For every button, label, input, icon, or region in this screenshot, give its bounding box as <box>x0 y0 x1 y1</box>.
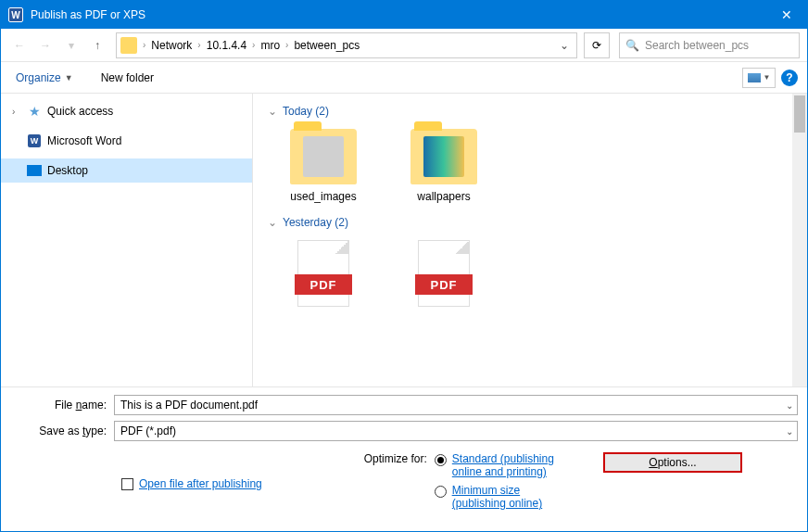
back-button[interactable]: ← <box>8 34 31 57</box>
radio-label-line2: (publishing online) <box>452 497 542 510</box>
breadcrumb-segment[interactable]: between_pcs <box>292 39 361 52</box>
forward-button[interactable]: → <box>34 34 57 57</box>
optimize-minimum-radio[interactable]: Minimum size (publishing online) <box>435 484 554 510</box>
group-header-today[interactable]: ⌄ Today (2) <box>268 105 807 118</box>
titlebar: W Publish as PDF or XPS ✕ <box>1 1 807 29</box>
filename-input[interactable]: This is a PDF document.pdf ⌄ <box>114 395 798 415</box>
pdf-icon: PDF <box>418 240 470 307</box>
checkbox-icon[interactable] <box>121 478 133 490</box>
folder-icon <box>410 129 477 184</box>
breadcrumb-segment[interactable]: Network <box>149 39 194 52</box>
word-icon: W <box>28 134 41 147</box>
filename-value: This is a PDF document.pdf <box>120 399 258 412</box>
collapse-icon[interactable]: ⌄ <box>268 105 277 118</box>
search-icon: 🔍 <box>625 39 639 52</box>
sidebar-item-desktop[interactable]: Desktop <box>1 158 252 183</box>
sidebar-item-word[interactable]: W Microsoft Word <box>1 129 252 153</box>
recent-locations-button[interactable]: ▾ <box>60 34 82 57</box>
sidebar-item-quick-access[interactable]: › ★ Quick access <box>1 99 252 123</box>
radio-icon[interactable] <box>435 454 447 466</box>
breadcrumb-segment[interactable]: 10.1.4.4 <box>205 39 248 52</box>
radio-label: Standard (publishing <box>452 452 554 465</box>
chevron-right-icon[interactable]: › <box>250 40 257 50</box>
desktop-icon <box>27 165 42 176</box>
sidebar-item-label: Quick access <box>47 105 113 118</box>
address-dropdown-icon[interactable]: ⌄ <box>556 39 573 52</box>
close-button[interactable]: ✕ <box>765 1 807 29</box>
filename-label: File name: <box>10 399 114 412</box>
radio-label-line2: online and printing) <box>452 465 547 478</box>
savetype-select[interactable]: PDF (*.pdf) ⌄ <box>114 421 798 441</box>
quick-access-icon: ★ <box>27 104 42 119</box>
organize-button[interactable]: Organize▼ <box>10 68 79 88</box>
scrollbar-thumb[interactable] <box>794 95 805 133</box>
optimize-standard-radio[interactable]: Standard (publishing online and printing… <box>435 452 554 478</box>
item-label: used_images <box>277 190 370 203</box>
search-placeholder: Search between_pcs <box>645 39 749 52</box>
navigation-sidebar: › ★ Quick access W Microsoft Word Deskto… <box>1 94 253 386</box>
group-header-yesterday[interactable]: ⌄ Yesterday (2) <box>268 216 807 229</box>
sidebar-item-label: Desktop <box>47 164 88 177</box>
open-after-label: Open file after publishing <box>139 477 262 490</box>
item-label: wallpapers <box>398 190 490 203</box>
collapse-icon[interactable]: ⌄ <box>268 216 277 229</box>
folder-item[interactable]: used_images <box>277 129 370 203</box>
chevron-right-icon[interactable]: › <box>284 40 290 50</box>
breadcrumb-segment[interactable]: mro <box>259 39 282 52</box>
options-button[interactable]: Options... <box>603 452 742 473</box>
bottom-pane: File name: This is a PDF document.pdf ⌄ … <box>1 386 807 525</box>
new-folder-button[interactable]: New folder <box>95 68 159 88</box>
group-label: Today (2) <box>283 105 329 118</box>
address-bar[interactable]: › Network › 10.1.4.4 › mro › between_pcs… <box>116 32 577 58</box>
folder-icon <box>290 129 357 184</box>
expand-icon[interactable]: › <box>12 107 21 117</box>
toolbar: Organize▼ New folder ▼ ? <box>1 62 807 94</box>
main-area: › ★ Quick access W Microsoft Word Deskto… <box>1 94 807 386</box>
pdf-icon: PDF <box>297 240 349 307</box>
dropdown-icon[interactable]: ⌄ <box>786 400 793 411</box>
radio-label: Minimum size <box>452 484 520 497</box>
savetype-label: Save as type: <box>10 424 114 437</box>
help-button[interactable]: ? <box>781 70 798 86</box>
word-app-icon: W <box>8 7 23 22</box>
folder-icon <box>120 37 137 54</box>
nav-row: ← → ▾ ↑ › Network › 10.1.4.4 › mro › bet… <box>1 29 807 62</box>
optimize-for-label: Optimize for: <box>364 452 427 512</box>
radio-icon[interactable] <box>435 486 447 498</box>
folder-item[interactable]: wallpapers <box>398 129 490 203</box>
file-list-pane[interactable]: ⌄ Today (2) used_images wallpapers ⌄ Yes… <box>253 94 807 386</box>
vertical-scrollbar[interactable] <box>792 94 807 386</box>
footer: ˄ Hide Folders Tools ▼ Publish Cancel <box>1 525 807 532</box>
view-options-button[interactable]: ▼ <box>742 68 776 88</box>
chevron-right-icon[interactable]: › <box>196 40 202 50</box>
dropdown-icon[interactable]: ⌄ <box>786 426 793 437</box>
chevron-right-icon[interactable]: › <box>141 40 147 50</box>
refresh-button[interactable]: ⟳ <box>584 32 610 58</box>
window-title: Publish as PDF or XPS <box>31 8 765 21</box>
savetype-value: PDF (*.pdf) <box>120 424 176 437</box>
sidebar-item-label: Microsoft Word <box>47 134 121 147</box>
group-label: Yesterday (2) <box>283 216 348 229</box>
open-after-publishing-checkbox[interactable]: Open file after publishing <box>121 452 262 515</box>
search-input[interactable]: 🔍 Search between_pcs <box>619 32 800 58</box>
pdf-file-item[interactable]: PDF <box>277 240 370 312</box>
pdf-file-item[interactable]: PDF <box>398 240 490 312</box>
up-button[interactable]: ↑ <box>86 34 108 57</box>
